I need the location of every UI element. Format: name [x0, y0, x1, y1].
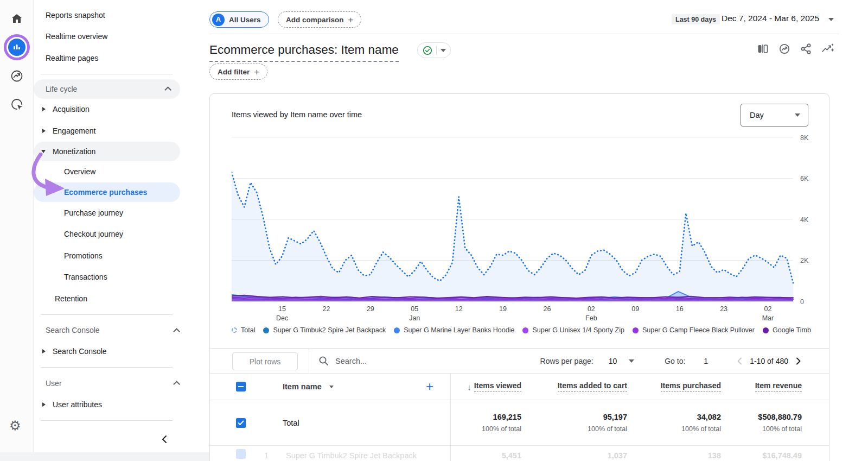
total-row-checkbox-checked[interactable]	[236, 418, 246, 428]
table-toolbar: Plot rows Rows per page: 10 Go to: 1 1-1…	[210, 348, 829, 374]
sidebar-item-transactions[interactable]: Transactions	[34, 267, 189, 288]
explore-icon[interactable]	[9, 68, 24, 84]
sidebar-item-reports-snapshot[interactable]: Reports snapshot	[34, 4, 189, 26]
prev-page-icon[interactable]	[736, 357, 743, 365]
select-all-checkbox-indeterminate[interactable]	[236, 382, 246, 391]
legend-label: Super G Marine Layer Banks Hoodie	[404, 326, 514, 334]
section-header-user[interactable]: User	[34, 372, 189, 394]
interval-select[interactable]: Day	[741, 104, 808, 127]
svg-text:Jan: Jan	[409, 314, 420, 322]
expand-triangle-icon	[42, 402, 46, 407]
total-row-label: Total	[283, 419, 299, 427]
row-checkbox[interactable]	[236, 449, 246, 459]
audience-chip-all-users[interactable]: A All Users	[209, 11, 269, 28]
add-column-button[interactable]: +	[426, 379, 433, 394]
insights-sparkline-icon[interactable]	[821, 42, 834, 55]
share-icon[interactable]	[800, 42, 813, 55]
add-comparison-button[interactable]: Add comparison +	[278, 11, 361, 28]
advertising-icon[interactable]	[9, 97, 24, 112]
total-cell-item-revenue: $508,880.79100% of total	[721, 400, 802, 445]
column-header-item-revenue[interactable]: Item revenue	[721, 374, 802, 400]
sidebar-label: Overview	[64, 167, 95, 176]
svg-text:22: 22	[322, 305, 330, 313]
table-header-row: Item name + ↓Items viewed Items added to…	[210, 374, 829, 400]
sidebar-label: Transactions	[64, 273, 107, 281]
legend-item[interactable]: Super G Timbuk2 Spire Jet Backpack	[263, 326, 386, 334]
collapse-sidebar-button[interactable]	[34, 428, 189, 450]
sidebar-label: Reports snapshot	[46, 11, 105, 20]
page-title[interactable]: Ecommerce purchases: Item name	[209, 43, 399, 62]
metric-value: $508,880.79	[758, 413, 802, 421]
plot-rows-button[interactable]: Plot rows	[232, 352, 298, 370]
sidebar-item-acquisition[interactable]: Acquisition	[34, 99, 189, 121]
legend-item[interactable]: Super G Unisex 1/4 Sporty Zip	[522, 326, 624, 334]
svg-text:Mar: Mar	[762, 314, 774, 322]
metric-value: 95,197	[603, 413, 627, 421]
sidebar-item-realtime-overview[interactable]: Realtime overview	[34, 26, 189, 48]
rows-per-page-select[interactable]: 10	[609, 357, 617, 365]
sidebar-item-engagement[interactable]: Engagement	[34, 120, 189, 142]
sidebar-item-checkout-journey[interactable]: Checkout journey	[34, 224, 189, 245]
table-search-input[interactable]	[335, 357, 465, 365]
sidebar-divider	[41, 314, 173, 315]
table-row: 1 Super G Timbuk2 Spire Jet Backpack 5,4…	[210, 446, 829, 461]
home-icon[interactable]	[9, 11, 24, 26]
legend-item[interactable]: Total	[232, 326, 255, 334]
column-header-items-purchased[interactable]: Items purchased	[627, 374, 721, 400]
column-header-item-name[interactable]: Item name	[283, 382, 334, 391]
legend-label: Super G Camp Fleece Black Pullover	[642, 326, 755, 334]
nav-rail: ⚙	[0, 0, 34, 461]
date-caret-icon[interactable]	[828, 18, 834, 21]
legend-swatch	[394, 327, 400, 333]
legend-swatch	[763, 327, 769, 333]
svg-text:19: 19	[499, 305, 507, 313]
sidebar-label: Purchase journey	[64, 209, 123, 217]
svg-text:2K: 2K	[800, 257, 809, 264]
sidebar-item-ecommerce-purchases-selected[interactable]: Ecommerce purchases	[34, 182, 180, 202]
add-filter-label: Add filter	[218, 68, 250, 76]
metric-value: 5,451	[502, 451, 521, 460]
legend-item[interactable]: Google Timb	[763, 326, 811, 334]
sidebar-item-purchase-journey[interactable]: Purchase journey	[34, 202, 189, 224]
sidebar-item-monetization[interactable]: Monetization	[34, 142, 180, 161]
section-header-life-cycle[interactable]: Life cycle	[34, 79, 180, 99]
section-header-search-console[interactable]: Search Console	[34, 320, 189, 341]
sidebar-divider	[41, 367, 173, 368]
compare-reports-icon[interactable]	[756, 42, 769, 55]
expand-triangle-icon	[42, 107, 46, 111]
sidebar-label: Retention	[55, 294, 87, 303]
metric-header-label: Items viewed	[474, 381, 521, 392]
column-header-items-viewed[interactable]: ↓Items viewed	[450, 374, 521, 400]
collapse-triangle-icon	[41, 150, 46, 153]
legend-item[interactable]: Super G Marine Layer Banks Hoodie	[394, 326, 514, 334]
legend-item[interactable]: Super G Camp Fleece Black Pullover	[633, 326, 755, 334]
svg-text:29: 29	[367, 305, 374, 313]
sidebar-item-overview[interactable]: Overview	[34, 161, 189, 183]
section-label: Search Console	[46, 326, 100, 334]
total-cell-items-added-to-cart: 95,197100% of total	[521, 400, 627, 445]
sidebar-item-search-console[interactable]: Search Console	[34, 341, 189, 363]
legend-label: Super G Unisex 1/4 Sporty Zip	[532, 326, 624, 334]
sidebar-item-retention[interactable]: Retention	[34, 288, 189, 310]
svg-text:16: 16	[676, 305, 684, 313]
settings-gear-icon[interactable]: ⚙	[9, 418, 21, 433]
add-filter-button[interactable]: Add filter +	[209, 64, 267, 80]
next-page-icon[interactable]	[795, 357, 802, 365]
reports-icon	[8, 39, 25, 56]
report-status-pill[interactable]	[417, 42, 451, 58]
reports-sidebar: Reports snapshot Realtime overview Realt…	[34, 0, 189, 452]
column-header-items-added-to-cart[interactable]: Items added to cart	[521, 374, 627, 400]
sidebar-label: Checkout journey	[64, 230, 123, 238]
sidebar-item-user-attributes[interactable]: User attributes	[34, 394, 189, 415]
chevron-down-icon[interactable]	[629, 359, 634, 363]
audience-avatar: A	[212, 14, 225, 26]
date-range-picker[interactable]: Dec 7, 2024 - Mar 6, 2025	[722, 14, 819, 23]
plus-icon: +	[348, 15, 354, 24]
insights-icon[interactable]	[778, 42, 791, 55]
sidebar-item-realtime-pages[interactable]: Realtime pages	[34, 47, 189, 69]
sidebar-label: User attributes	[53, 400, 102, 409]
goto-page-input[interactable]: 1	[704, 357, 708, 365]
sidebar-item-promotions[interactable]: Promotions	[34, 245, 189, 267]
goto-label: Go to:	[665, 357, 685, 365]
reports-icon-active[interactable]	[4, 34, 30, 60]
